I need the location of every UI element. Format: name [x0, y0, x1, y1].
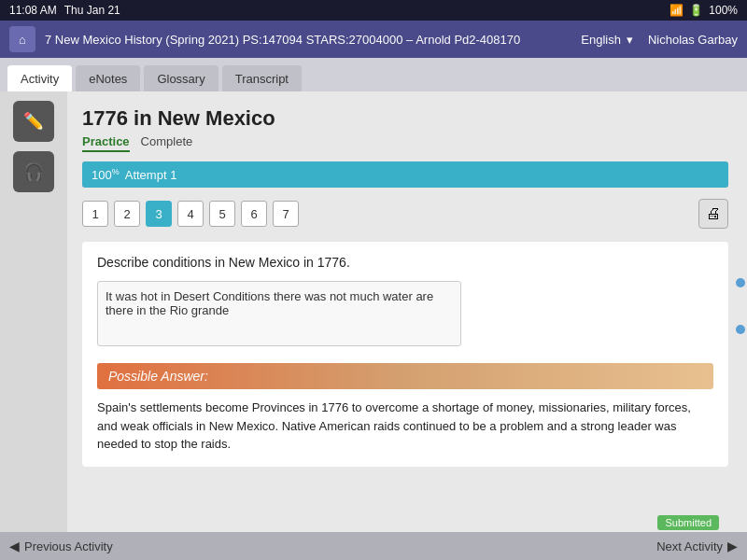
content-area: 1776 in New Mexico Practice Complete 100…: [67, 91, 747, 532]
practice-tabs: Practice Complete: [82, 134, 728, 152]
tab-bar: Activity eNotes Glossary Transcript: [0, 58, 747, 91]
question-num-6[interactable]: 6: [241, 201, 267, 227]
status-time: 11:08 AM: [9, 4, 57, 17]
question-nav: 1 2 3 4 5 6 7 🖨: [82, 199, 728, 229]
status-bar: 11:08 AM Thu Jan 21 📶 🔋 100%: [0, 0, 747, 21]
scroll-indicator-top[interactable]: [736, 278, 745, 287]
progress-bar: 100% Attempt 1: [82, 161, 728, 188]
tab-transcript[interactable]: Transcript: [222, 65, 302, 91]
question-num-7[interactable]: 7: [273, 201, 299, 227]
home-icon: ⌂: [19, 33, 26, 47]
tab-glossary[interactable]: Glossary: [144, 65, 218, 91]
answer-input[interactable]: [97, 281, 461, 346]
previous-activity-button[interactable]: ◀ Previous Activity: [9, 539, 113, 553]
home-button[interactable]: ⌂: [9, 26, 35, 52]
next-label: Next Activity: [656, 539, 723, 553]
next-activity-button[interactable]: Next Activity ▶: [656, 539, 738, 553]
activity-title: 1776 in New Mexico: [82, 106, 728, 131]
audio-button[interactable]: 🎧: [13, 151, 54, 192]
scroll-indicator-bottom[interactable]: [736, 325, 745, 334]
headphone-icon: 🎧: [23, 161, 44, 182]
complete-tab[interactable]: Complete: [141, 134, 193, 152]
language-label: English: [581, 33, 621, 47]
question-num-1[interactable]: 1: [82, 201, 108, 227]
battery-percent: 100%: [709, 4, 738, 17]
language-selector[interactable]: English ▾: [581, 33, 633, 47]
question-num-5[interactable]: 5: [209, 201, 235, 227]
question-num-2[interactable]: 2: [114, 201, 140, 227]
nav-title: 7 New Mexico History (Spring 2021) PS:14…: [45, 33, 581, 47]
question-text: Describe conditions in New Mexico in 177…: [97, 255, 713, 270]
question-num-3[interactable]: 3: [146, 201, 172, 227]
left-arrow-icon: ◀: [9, 539, 20, 553]
print-icon: 🖨: [706, 205, 721, 222]
status-day: Thu Jan 21: [64, 4, 120, 17]
right-arrow-icon: ▶: [727, 539, 738, 553]
sidebar: ✏️ 🎧: [0, 91, 67, 532]
user-name: Nicholas Garbay: [648, 33, 738, 47]
question-num-4[interactable]: 4: [177, 201, 204, 227]
attempt-label: Attempt 1: [125, 168, 177, 182]
previous-label: Previous Activity: [24, 539, 113, 553]
submitted-badge: Submitted: [657, 515, 719, 530]
possible-answer-label: Possible Answer:: [97, 363, 713, 389]
progress-bar-fill: 100% Attempt 1: [82, 161, 728, 188]
chevron-down-icon: ▾: [627, 33, 633, 47]
print-button[interactable]: 🖨: [698, 199, 728, 229]
practice-tab[interactable]: Practice: [82, 134, 130, 152]
progress-percent: 100%: [92, 167, 120, 182]
question-card: Describe conditions in New Mexico in 177…: [82, 242, 728, 467]
pencil-icon: ✏️: [23, 111, 44, 132]
main-area: ✏️ 🎧 1776 in New Mexico Practice Complet…: [0, 91, 747, 532]
bottom-nav: ◀ Previous Activity Next Activity ▶: [0, 532, 747, 560]
top-nav: ⌂ 7 New Mexico History (Spring 2021) PS:…: [0, 21, 747, 58]
pencil-button[interactable]: ✏️: [13, 101, 54, 142]
tab-enotes[interactable]: eNotes: [76, 65, 140, 91]
battery-icon: 🔋: [689, 4, 703, 17]
wifi-icon: 📶: [669, 4, 684, 17]
tab-activity[interactable]: Activity: [7, 65, 72, 91]
possible-answer-text: Spain's settlements become Provinces in …: [97, 399, 713, 454]
